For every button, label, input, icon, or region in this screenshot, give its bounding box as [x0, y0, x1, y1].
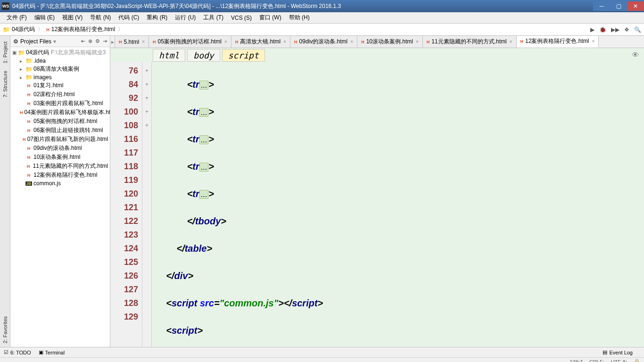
hide-icon[interactable]: ⇥: [103, 38, 107, 44]
window-title: 04源代码 - [F:\北京黑马前端就业36期\02-JavaScript-WE…: [12, 2, 593, 10]
tree-folder[interactable]: ▸📁images: [10, 74, 110, 81]
code-editor[interactable]: 7684921001081161171181191201211221231241…: [110, 62, 644, 347]
menu-tools[interactable]: 工具 (T): [199, 13, 227, 23]
tree-file[interactable]: H12案例表格隔行变色.html: [10, 171, 110, 180]
tab-favorites[interactable]: 2: Favorites: [1, 313, 9, 347]
close-icon[interactable]: ×: [224, 39, 227, 44]
editor-tab-active[interactable]: H12案例表格隔行变色.html×: [517, 36, 599, 48]
menu-refactor[interactable]: 重构 (R): [143, 13, 171, 23]
encoding[interactable]: UTF-8;: [611, 359, 627, 362]
todo-button[interactable]: ☑ 6: TODO: [4, 349, 31, 355]
fold-column: +++++: [142, 62, 152, 347]
close-icon[interactable]: ×: [416, 39, 419, 44]
html-icon: H: [46, 27, 50, 32]
tree-file[interactable]: H10滚动条案例.html: [10, 153, 110, 162]
tree-file[interactable]: H04案例图片跟着鼠标飞终极版本.html: [10, 108, 110, 117]
menu-edit[interactable]: 编辑 (E): [31, 13, 58, 23]
lock-icon[interactable]: 🔒: [634, 359, 640, 362]
editor-area: ▸ H5.html× H05案例拖拽的对话框.html× H高清放大镜.html…: [110, 36, 644, 347]
close-icon[interactable]: ×: [283, 39, 286, 44]
editor-tabs: ▸ H5.html× H05案例拖拽的对话框.html× H高清放大镜.html…: [110, 36, 644, 48]
breadcrumb-sep: 〉: [38, 25, 43, 33]
search-icon[interactable]: 🔍: [634, 26, 641, 33]
navigation-bar: 📁 04源代码 〉 H 12案例表格隔行变色.html 〉 ▶ 🐞 ▶▶ ❖ 🔍: [0, 24, 644, 36]
breadcrumb-sep-end: 〉: [118, 25, 124, 33]
bottom-toolbar: ☑ 6: TODO ▣ Terminal ▤ Event Log: [0, 347, 644, 357]
tree-file[interactable]: H03案例图片跟着鼠标飞.html: [10, 99, 110, 108]
editor-tab[interactable]: H05案例拖拽的对话框.html×: [149, 36, 231, 48]
editor-tab[interactable]: H09div的滚动条.html×: [290, 36, 357, 48]
fold-marker[interactable]: +: [142, 78, 151, 91]
tree-file[interactable]: H09div的滚动条.html: [10, 144, 110, 153]
run-icon[interactable]: ▶: [590, 26, 594, 33]
editor-tab[interactable]: H5.html×: [115, 36, 149, 48]
menu-view[interactable]: 视图 (V): [58, 13, 86, 23]
breadcrumb-root[interactable]: 04源代码: [12, 25, 35, 33]
menu-window[interactable]: 窗口 (W): [256, 13, 285, 23]
breadcrumb-chip[interactable]: html: [153, 49, 185, 62]
toolbar-icons: ▶ 🐞 ▶▶ ❖ 🔍: [590, 26, 641, 33]
folder-icon: 📁: [3, 26, 10, 33]
tree-file[interactable]: H02课程介绍.html: [10, 90, 110, 99]
tree-folder[interactable]: ▸📁.idea: [10, 57, 110, 65]
tree-file[interactable]: H11元素隐藏的不同的方式.html: [10, 162, 110, 171]
fold-marker[interactable]: +: [142, 105, 151, 119]
menu-file[interactable]: 文件 (F): [3, 13, 31, 23]
tree-file[interactable]: H01复习.html: [10, 81, 110, 90]
breadcrumb-file[interactable]: 12案例表格隔行变色.html: [51, 25, 115, 33]
event-log-button[interactable]: ▤ Event Log: [603, 349, 633, 355]
close-icon[interactable]: ×: [510, 39, 512, 44]
status-bar: 128:7 CRLF; UTF-8; 🔒: [0, 357, 644, 362]
code-lines[interactable]: <tr...> <tr...> <tr...> <tr...> <tr...> …: [152, 62, 644, 347]
project-panel-title[interactable]: Project Files: [20, 38, 51, 45]
line-gutter: 7684921001081161171181191201211221231241…: [110, 62, 142, 347]
close-icon[interactable]: ×: [142, 39, 145, 44]
fold-marker[interactable]: +: [142, 91, 151, 105]
tab-project[interactable]: 1: Project: [1, 38, 9, 67]
editor-tab[interactable]: H10滚动条案例.html×: [357, 36, 423, 48]
target-icon[interactable]: ⊕: [88, 38, 92, 44]
menu-run[interactable]: 运行 (U): [171, 13, 199, 23]
gear-icon: ⚙: [13, 38, 18, 45]
fold-marker[interactable]: +: [142, 119, 151, 132]
settings-icon[interactable]: ⚙: [95, 38, 100, 44]
maximize-button[interactable]: ▢: [610, 1, 627, 11]
menu-bar: 文件 (F) 编辑 (E) 视图 (V) 导航 (N) 代码 (C) 重构 (R…: [0, 12, 644, 24]
left-tool-tabs: 1: Project 7: Structure 2: Favorites: [0, 36, 10, 347]
editor-tab[interactable]: H高清放大镜.html×: [231, 36, 290, 48]
minimize-button[interactable]: ─: [593, 1, 610, 11]
window-titlebar: WS 04源代码 - [F:\北京黑马前端就业36期\02-JavaScript…: [0, 0, 644, 12]
cursor-position: 128:7: [570, 359, 583, 362]
debug-icon[interactable]: 🐞: [599, 26, 606, 33]
eye-icon[interactable]: 👁: [632, 51, 639, 59]
stop-icon[interactable]: ▶▶: [611, 26, 619, 33]
editor-breadcrumb: html body script 👁: [110, 48, 644, 62]
tree-file[interactable]: H07图片跟着鼠标飞新的问题.html: [10, 135, 110, 144]
tree-folder[interactable]: ▸📁08高清放大镜案例: [10, 65, 110, 74]
settings-icon[interactable]: ❖: [624, 26, 629, 33]
breadcrumb-chip[interactable]: body: [187, 49, 220, 62]
project-tree: ▣📁04源代码 F:\北京黑马前端就业3 ▸📁.idea ▸📁08高清放大镜案例…: [10, 47, 110, 347]
menu-navigate[interactable]: 导航 (N): [86, 13, 115, 23]
editor-tab[interactable]: H11元素隐藏的不同的方式.html×: [423, 36, 517, 48]
tabs-scroll-left[interactable]: ▸: [110, 36, 115, 48]
close-icon[interactable]: ×: [350, 39, 353, 44]
close-button[interactable]: ✕: [627, 1, 644, 11]
tree-root[interactable]: ▣📁04源代码 F:\北京黑马前端就业3: [10, 48, 110, 57]
tree-file-js[interactable]: JScommon.js: [10, 180, 110, 187]
menu-code[interactable]: 代码 (C): [115, 13, 143, 23]
project-panel: ⚙ Project Files ▾ ⇤ ⊕ ⚙ ⇥ ▣📁04源代码 F:\北京黑…: [10, 36, 110, 347]
tree-file[interactable]: H06案例阻止超链接跳转.html: [10, 126, 110, 135]
fold-marker[interactable]: +: [142, 64, 151, 78]
collapse-icon[interactable]: ⇤: [81, 38, 85, 44]
close-icon[interactable]: ×: [592, 39, 594, 44]
tab-structure[interactable]: 7: Structure: [1, 67, 9, 101]
app-logo: WS: [2, 2, 9, 10]
menu-help[interactable]: 帮助 (H): [285, 13, 314, 23]
line-ending[interactable]: CRLF;: [589, 359, 604, 362]
menu-vcs[interactable]: VCS (S): [227, 14, 256, 22]
chevron-down-icon[interactable]: ▾: [53, 38, 56, 45]
terminal-button[interactable]: ▣ Terminal: [39, 349, 65, 355]
breadcrumb-chip-active[interactable]: script: [222, 49, 265, 62]
tree-file[interactable]: H05案例拖拽的对话框.html: [10, 117, 110, 126]
